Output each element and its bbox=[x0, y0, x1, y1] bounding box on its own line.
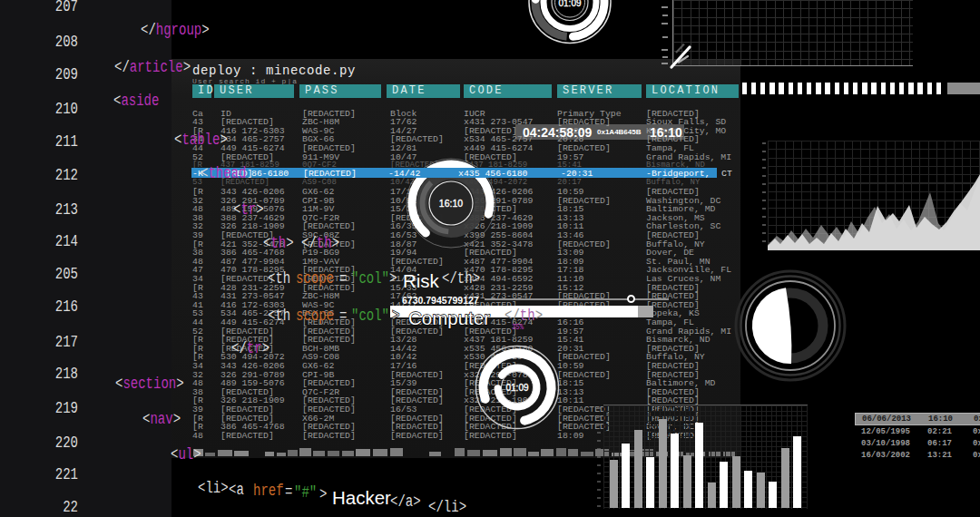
svg-text:01:09: 01:09 bbox=[505, 383, 528, 393]
